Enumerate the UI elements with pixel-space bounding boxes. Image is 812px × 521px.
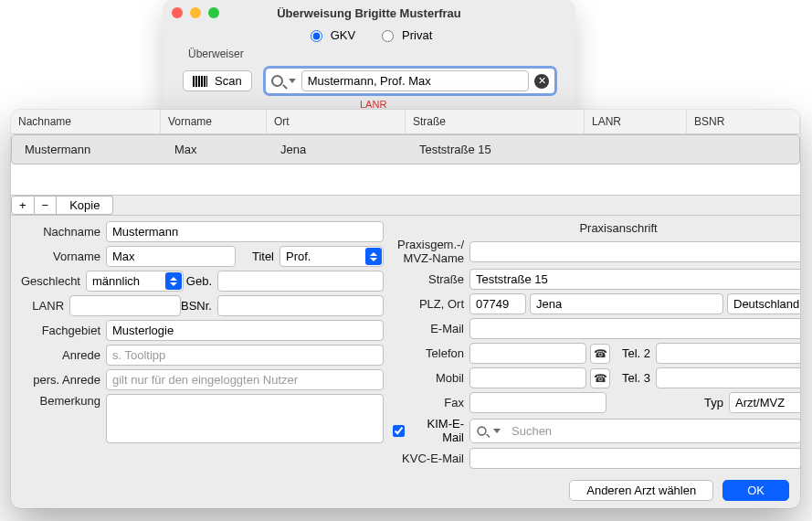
copy-button[interactable]: Kopie bbox=[57, 196, 113, 215]
label-email: E-Mail bbox=[391, 322, 469, 335]
th-ort[interactable]: Ort bbox=[267, 110, 406, 133]
label-plzort: PLZ, Ort bbox=[391, 297, 469, 311]
scan-button[interactable]: Scan bbox=[183, 70, 252, 91]
table-body: Mustermann Max Jena Teststraße 15 bbox=[11, 134, 800, 196]
section-praxisanschrift: Praxisanschrift bbox=[391, 221, 800, 239]
input-bsnr[interactable] bbox=[217, 295, 384, 316]
input-anrede[interactable] bbox=[106, 345, 384, 366]
input-kim[interactable] bbox=[506, 421, 796, 441]
label-vorname: Vorname bbox=[20, 250, 106, 263]
chevron-down-icon[interactable] bbox=[493, 429, 501, 433]
kim-search[interactable] bbox=[469, 419, 800, 443]
table-toolbar: + − Kopie bbox=[11, 196, 800, 216]
form-right: Praxisanschrift Praxisgem.-/ MVZ-Name St… bbox=[391, 221, 800, 473]
input-lanr[interactable] bbox=[69, 295, 181, 316]
choose-other-button[interactable]: Anderen Arzt wählen bbox=[569, 480, 713, 501]
chevron-updown-icon bbox=[165, 272, 182, 290]
label-typ: Typ bbox=[692, 396, 729, 409]
radio-gkv[interactable]: GKV bbox=[306, 27, 355, 42]
th-nachname[interactable]: Nachname bbox=[11, 110, 161, 133]
input-nachname[interactable] bbox=[106, 221, 384, 242]
label-anrede: Anrede bbox=[20, 348, 106, 362]
phone-icon: ☎ bbox=[594, 347, 607, 360]
back-window: Überweisung Brigitte Musterfrau GKV Priv… bbox=[163, 0, 575, 119]
select-typ[interactable]: Arzt/MVZ bbox=[729, 392, 800, 413]
window-title: Überweisung Brigitte Musterfrau bbox=[277, 6, 461, 20]
label-pers-anrede: pers. Anrede bbox=[20, 373, 106, 387]
th-vorname[interactable]: Vorname bbox=[161, 110, 267, 133]
chevron-updown-icon bbox=[365, 248, 382, 265]
label-mvz: Praxisgem.-/ MVZ-Name bbox=[391, 239, 469, 265]
input-pers-anrede[interactable] bbox=[106, 369, 384, 390]
input-strasse[interactable] bbox=[469, 269, 800, 290]
barcode-icon bbox=[193, 76, 207, 87]
clear-icon[interactable]: ✕ bbox=[534, 74, 549, 89]
input-plz[interactable] bbox=[469, 293, 526, 314]
input-mvz[interactable] bbox=[469, 241, 800, 262]
label-fachgebiet: Fachgebiet bbox=[20, 324, 106, 337]
remove-button[interactable]: − bbox=[35, 196, 58, 215]
label-bemerkung: Bemerkung bbox=[20, 394, 106, 408]
input-tel3[interactable] bbox=[656, 367, 800, 388]
table-header: Nachname Vorname Ort Straße LANR BSNR bbox=[11, 110, 800, 134]
th-strasse[interactable]: Straße bbox=[406, 110, 585, 133]
radio-privat-input[interactable] bbox=[382, 30, 394, 42]
input-geb[interactable] bbox=[217, 271, 384, 292]
search-field[interactable]: ✕ bbox=[263, 66, 557, 96]
radio-privat[interactable]: Privat bbox=[377, 27, 432, 42]
radio-gkv-input[interactable] bbox=[311, 30, 322, 42]
label-telefon: Telefon bbox=[391, 346, 469, 360]
label-tel3: Tel. 3 bbox=[610, 371, 656, 385]
input-kvc[interactable] bbox=[469, 448, 800, 469]
input-ort[interactable] bbox=[530, 293, 723, 314]
checkbox-kim[interactable] bbox=[393, 425, 405, 437]
phone-icon: ☎ bbox=[594, 372, 607, 385]
fieldset-label: Überweiser bbox=[163, 48, 575, 60]
th-bsnr[interactable]: BSNR bbox=[687, 110, 800, 133]
close-icon[interactable] bbox=[172, 7, 183, 18]
chevron-down-icon[interactable] bbox=[289, 79, 296, 83]
label-titel: Titel bbox=[236, 250, 279, 263]
th-lanr[interactable]: LANR bbox=[585, 110, 687, 133]
lanr-hint: LANR bbox=[360, 99, 386, 110]
dial-mobil-button[interactable]: ☎ bbox=[590, 368, 610, 388]
search-input[interactable] bbox=[301, 70, 529, 91]
traffic-lights bbox=[172, 7, 219, 18]
ok-button[interactable]: OK bbox=[722, 480, 789, 501]
label-strasse: Straße bbox=[391, 272, 469, 286]
label-kim: KIM-E-Mail bbox=[407, 417, 469, 444]
input-vorname[interactable] bbox=[106, 246, 236, 267]
input-fax[interactable] bbox=[469, 392, 606, 413]
label-tel2: Tel. 2 bbox=[610, 346, 656, 360]
input-mobil[interactable] bbox=[469, 367, 586, 388]
input-bemerkung[interactable] bbox=[106, 394, 384, 443]
label-geschlecht: Geschlecht bbox=[20, 274, 86, 288]
label-lanr: LANR bbox=[20, 299, 69, 313]
dial-tel-button[interactable]: ☎ bbox=[590, 344, 610, 364]
input-telefon[interactable] bbox=[469, 343, 586, 364]
add-button[interactable]: + bbox=[11, 196, 35, 215]
label-geb: Geb. bbox=[184, 274, 218, 288]
titlebar: Überweisung Brigitte Musterfrau bbox=[163, 0, 575, 26]
search-icon bbox=[271, 75, 283, 87]
minimize-icon[interactable] bbox=[190, 7, 201, 18]
label-bsnr: BSNr. bbox=[181, 299, 217, 313]
label-nachname: Nachname bbox=[20, 225, 106, 239]
input-tel2[interactable] bbox=[656, 343, 800, 364]
label-fax: Fax bbox=[391, 396, 469, 409]
label-mobil: Mobil bbox=[391, 371, 469, 385]
input-email[interactable] bbox=[469, 318, 800, 339]
front-window: Nachname Vorname Ort Straße LANR BSNR Mu… bbox=[11, 110, 800, 508]
form-left: Nachname Vorname Titel Prof. Geschlecht … bbox=[20, 221, 384, 473]
search-icon bbox=[477, 426, 486, 435]
zoom-icon[interactable] bbox=[208, 7, 219, 18]
select-land[interactable]: Deutschland bbox=[727, 293, 800, 314]
scan-label: Scan bbox=[215, 74, 242, 88]
footer: Anderen Arzt wählen OK bbox=[11, 473, 800, 508]
label-kvc: KVC-E-Mail bbox=[391, 452, 469, 465]
table-row[interactable]: Mustermann Max Jena Teststraße 15 bbox=[11, 134, 800, 165]
input-fachgebiet[interactable] bbox=[106, 320, 384, 341]
